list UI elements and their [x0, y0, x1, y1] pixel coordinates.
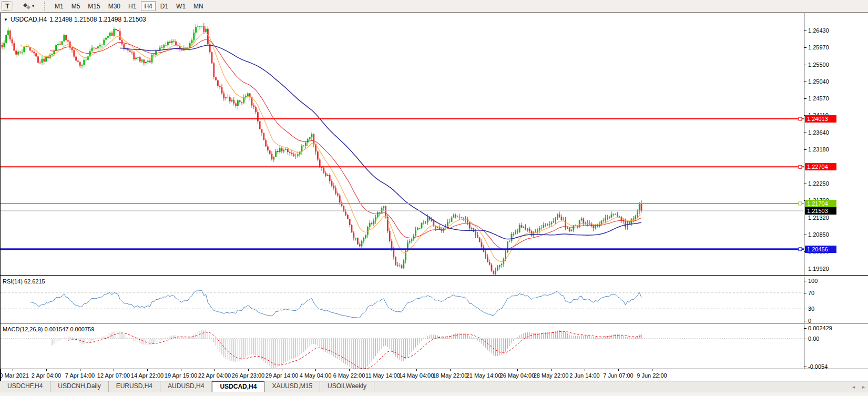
price-tick-label: 1.22250	[808, 180, 829, 187]
time-tick	[80, 369, 80, 371]
toolbar-separator	[44, 2, 46, 11]
rsi-axis: 10070300	[804, 277, 868, 323]
time-tick-label: 12 Apr 07:00	[97, 372, 130, 379]
price-tick	[804, 65, 806, 65]
chart-title: ▼ USDCAD,H4 1.21498 1.21508 1.21498 1.21…	[4, 16, 146, 23]
price-tick-label: 1.26430	[808, 27, 829, 34]
time-tick	[551, 369, 552, 371]
chart-symbol-label: USDCAD,H4	[11, 16, 47, 23]
bottom-strip	[0, 392, 868, 396]
chart-ohlc-values: 1.21498 1.21508 1.21498 1.21503	[49, 16, 146, 23]
time-tick	[248, 369, 249, 371]
rsi-tick-label: 30	[808, 306, 814, 312]
time-tick-label: 14 Apr 22:00	[131, 372, 164, 379]
shapes-icon	[23, 3, 30, 9]
time-tick	[315, 369, 316, 371]
time-tick-label: 4 May 04:00	[300, 372, 332, 379]
time-tick	[585, 369, 585, 371]
time-tick-label: 21 May 14:00	[466, 372, 502, 379]
price-tick	[804, 184, 806, 184]
time-tick-label: 14 May 04:00	[399, 372, 434, 379]
time-tick	[13, 369, 13, 371]
current-price-badge: 1.21503	[805, 207, 836, 215]
price-tick	[804, 47, 806, 48]
collapse-arrow-icon[interactable]: ▼	[4, 17, 8, 22]
price-tick-label: 1.25040	[808, 78, 829, 85]
macd-chart[interactable]	[1, 324, 804, 369]
macd-tick	[804, 367, 806, 367]
time-tick-label: 7 Jun 07:00	[603, 372, 634, 379]
time-tick-label: 30 Mar 2021	[0, 372, 29, 379]
price-tick	[804, 149, 806, 150]
price-tick-label: 1.25970	[808, 44, 829, 50]
timeframe-button-m15[interactable]: M15	[85, 1, 103, 11]
time-tick	[282, 369, 282, 371]
macd-tick-label: 0.00	[808, 336, 819, 342]
time-tick-label: 2 Apr 04:00	[32, 372, 61, 379]
time-tick	[383, 369, 383, 371]
price-tick	[804, 133, 806, 133]
price-tick	[804, 31, 806, 31]
time-tick	[215, 369, 215, 371]
tab-audusd-h4[interactable]: AUDUSD,H4	[160, 381, 212, 392]
main-chart-panel[interactable]: 1.264301.259701.255001.250401.245701.241…	[1, 13, 868, 276]
time-tick-label: 6 May 22:00	[333, 372, 365, 379]
tab-usdchf-h4[interactable]: USDCHF,H4	[0, 381, 50, 392]
price-tick-label: 1.20850	[808, 231, 829, 238]
price-axis: 1.264301.259701.255001.250401.245701.241…	[804, 13, 868, 275]
time-tick-label: 26 May 04:00	[500, 372, 535, 379]
rsi-tick-label: 70	[808, 290, 814, 296]
tab-eurusd-h4[interactable]: EURUSD,H4	[109, 381, 160, 392]
macd-panel[interactable]: 0.0024290.00-0.0054 MACD(12,26,9) 0.0015…	[1, 324, 868, 369]
time-tick-label: 26 Apr 23:00	[232, 372, 264, 379]
time-tick-label: 11 May 14:00	[365, 372, 400, 379]
macd-axis: 0.0024290.00-0.0054	[804, 324, 868, 369]
chart-tab-bar: USDCHF,H4USDCNH,DailyEURUSD,H4AUDUSD,H4U…	[0, 381, 868, 392]
candlestick-chart[interactable]	[1, 13, 804, 275]
price-tick-label: 1.25500	[808, 62, 829, 68]
timeframe-button-h4[interactable]: H4	[141, 1, 155, 11]
price-tick	[804, 218, 806, 218]
timeframe-button-m1[interactable]: M1	[52, 1, 67, 11]
timeframe-button-w1[interactable]: W1	[173, 1, 189, 11]
rsi-label: RSI(14) 62.6215	[3, 278, 45, 285]
price-tick	[804, 269, 806, 269]
macd-tick-label: 0.002429	[808, 325, 832, 331]
price-tick-label: 1.24570	[808, 95, 829, 101]
tab-usdcnh-daily[interactable]: USDCNH,Daily	[50, 381, 108, 392]
timeframe-button-d1[interactable]: D1	[157, 1, 171, 11]
time-tick-label: 28 May 22:00	[534, 372, 569, 379]
shapes-tool-button[interactable]: ▾	[21, 1, 37, 11]
timeframe-button-h1[interactable]: H1	[125, 1, 139, 11]
rsi-panel[interactable]: 10070300 RSI(14) 62.6215	[1, 277, 868, 323]
timeframe-button-mn[interactable]: MN	[190, 1, 207, 11]
price-tick-label: 1.21320	[808, 215, 829, 221]
timeframe-button-m5[interactable]: M5	[68, 1, 84, 11]
chart-window: 1.264301.259701.255001.250401.245701.241…	[0, 13, 868, 381]
price-tick	[804, 82, 806, 82]
tab-scroll-right-icon[interactable]: ▸	[862, 384, 865, 390]
time-tick-label: 19 Apr 15:00	[165, 372, 197, 379]
macd-tick	[804, 328, 806, 329]
rsi-tick-label: 0	[808, 318, 811, 324]
time-tick	[147, 369, 148, 371]
timeframe-button-m30[interactable]: M30	[105, 1, 124, 11]
rsi-tick	[804, 321, 806, 321]
macd-tick	[804, 339, 806, 339]
price-tick	[804, 235, 806, 235]
time-tick	[450, 369, 451, 371]
rsi-chart[interactable]	[1, 277, 804, 323]
tab-xauusd-m15[interactable]: XAUUSD,M15	[264, 381, 320, 392]
text-tool-button[interactable]: T	[2, 1, 13, 11]
price-level-badge: 1.20456	[805, 246, 836, 253]
price-tick-label: 1.23640	[808, 129, 829, 136]
time-tick-label: 29 Apr 14:00	[265, 372, 298, 379]
tab-usoil-weekly[interactable]: USOil,Weekly	[320, 381, 374, 392]
tab-usdcad-h4[interactable]: USDCAD,H4	[212, 381, 264, 392]
time-tick	[416, 369, 417, 371]
dropdown-caret-icon: ▾	[32, 4, 34, 8]
tab-scroll-left-icon[interactable]: ◂	[852, 384, 855, 390]
time-tick-label: 18 May 22:00	[433, 372, 468, 379]
time-tick-label: 9 Jun 22:00	[637, 372, 667, 379]
time-tick	[181, 369, 181, 371]
